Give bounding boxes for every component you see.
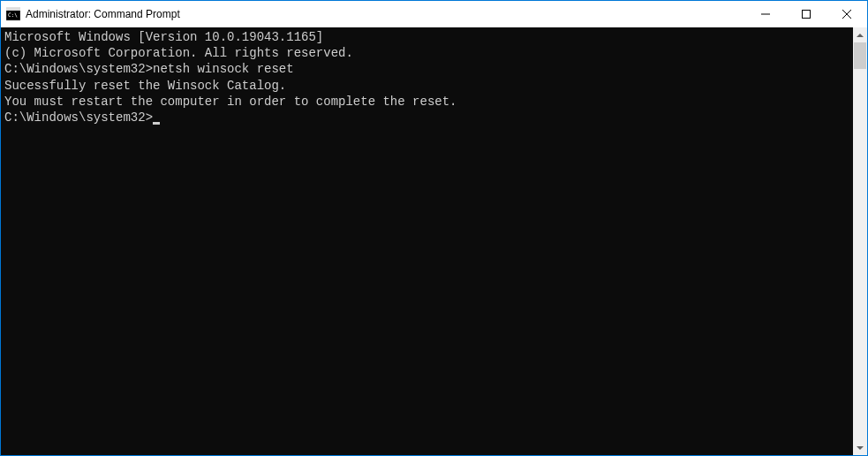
prompt: C:\Windows\system32> xyxy=(4,62,153,76)
command-prompt-window: C:\ Administrator: Command Prompt Micros… xyxy=(0,0,868,456)
command-text: netsh winsock reset xyxy=(153,62,294,76)
scroll-down-button[interactable] xyxy=(853,440,867,455)
svg-rect-1 xyxy=(6,8,20,11)
close-button[interactable] xyxy=(826,1,867,27)
output-line: You must restart the computer in order t… xyxy=(4,94,849,110)
window-controls xyxy=(745,1,867,27)
output-line: Sucessfully reset the Winsock Catalog. xyxy=(4,78,849,94)
output-line: (c) Microsoft Corporation. All rights re… xyxy=(4,45,849,61)
command-line: C:\Windows\system32>netsh winsock reset xyxy=(4,61,849,77)
cmd-icon: C:\ xyxy=(6,7,20,21)
console-output[interactable]: Microsoft Windows [Version 10.0.19043.11… xyxy=(1,27,853,455)
console-area: Microsoft Windows [Version 10.0.19043.11… xyxy=(1,27,867,455)
prompt: C:\Windows\system32> xyxy=(4,110,153,125)
cursor xyxy=(153,122,160,125)
titlebar[interactable]: C:\ Administrator: Command Prompt xyxy=(1,1,867,27)
svg-text:C:\: C:\ xyxy=(8,11,18,18)
scroll-thumb[interactable] xyxy=(854,42,866,69)
svg-marker-8 xyxy=(857,446,864,450)
output-line: Microsoft Windows [Version 10.0.19043.11… xyxy=(4,29,849,45)
minimize-button[interactable] xyxy=(745,1,786,27)
svg-rect-4 xyxy=(803,11,811,19)
current-prompt-line: C:\Windows\system32> xyxy=(4,110,849,125)
vertical-scrollbar[interactable] xyxy=(853,27,867,455)
svg-marker-7 xyxy=(857,34,864,37)
window-title: Administrator: Command Prompt xyxy=(26,8,745,20)
scroll-up-button[interactable] xyxy=(853,27,867,42)
maximize-button[interactable] xyxy=(786,1,826,27)
